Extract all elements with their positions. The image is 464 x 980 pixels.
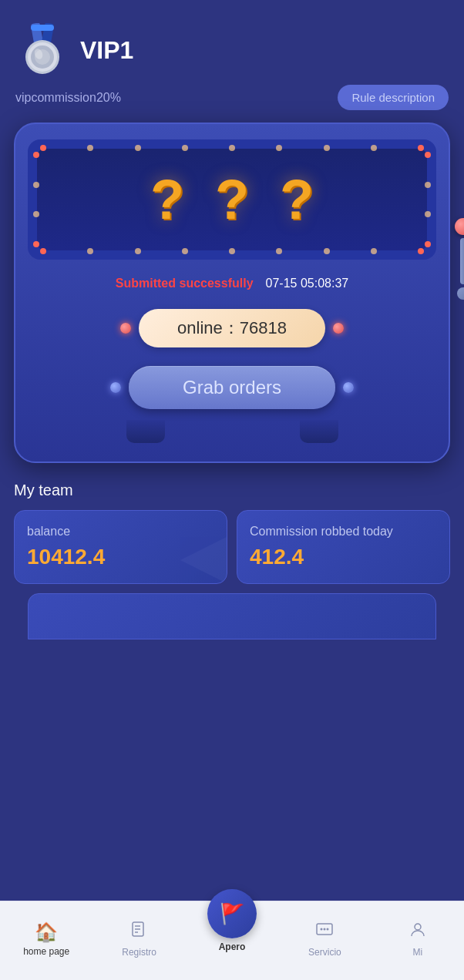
slot-machine: ? ? ? Submitted successfully 07-15 05:08… xyxy=(14,123,450,463)
grab-row: Grab orders xyxy=(28,366,436,409)
grab-dot-right xyxy=(343,382,354,393)
dot-left-3 xyxy=(33,211,39,217)
handle-base xyxy=(457,287,464,300)
dot-cream-5 xyxy=(276,145,282,151)
my-team-title: My team xyxy=(14,482,450,499)
dot-cream-13 xyxy=(324,248,330,254)
grab-orders-button[interactable]: Grab orders xyxy=(129,366,335,409)
dot-right-4 xyxy=(425,241,431,247)
dot-cream-8 xyxy=(87,248,93,254)
slot-handle-right xyxy=(455,218,464,300)
dot-left-2 xyxy=(33,182,39,188)
dot-cream-7 xyxy=(371,145,377,151)
dots-top xyxy=(40,145,424,151)
header: VIP1 xyxy=(0,0,464,85)
slot-outer: ? ? ? xyxy=(28,139,436,260)
vip-commission-text: vipcommission20% xyxy=(15,91,121,105)
dot-right-2 xyxy=(425,182,431,188)
apero-flag-icon: 🚩 xyxy=(220,902,244,926)
foot-left xyxy=(126,420,165,443)
slot-inner: ? ? ? xyxy=(37,149,427,250)
timestamp-text: 07-15 05:08:37 xyxy=(266,277,349,290)
slot-machine-wrapper: ? ? ? Submitted successfully 07-15 05:08… xyxy=(0,123,464,463)
dot-cream-2 xyxy=(135,145,141,151)
nav-item-registro[interactable]: Registro xyxy=(92,921,185,958)
svg-point-15 xyxy=(327,928,329,931)
svg-point-14 xyxy=(324,928,326,931)
online-dot-right xyxy=(333,323,344,334)
svg-rect-2 xyxy=(31,25,54,31)
dot-cream-6 xyxy=(324,145,330,151)
dot-left-1 xyxy=(33,152,39,158)
nav-label-mi: Mi xyxy=(412,947,422,958)
machine-feet xyxy=(28,409,436,443)
dots-left xyxy=(33,152,39,247)
svg-point-16 xyxy=(415,924,421,930)
slot-symbol-2: ? xyxy=(215,172,249,227)
nav-label-apero: Apero xyxy=(219,941,246,952)
dot-cream-4 xyxy=(229,145,235,151)
slot-display-container: ? ? ? xyxy=(28,139,436,260)
spacer xyxy=(28,357,436,366)
dots-bottom xyxy=(40,248,424,254)
svg-marker-8 xyxy=(180,537,227,583)
dot-red-3 xyxy=(40,248,46,254)
nav-item-apero[interactable]: 🚩 Apero xyxy=(186,889,278,952)
dot-left-4 xyxy=(33,241,39,247)
apero-circle: 🚩 xyxy=(207,889,257,938)
slot-symbol-1: ? xyxy=(150,172,184,227)
registro-icon xyxy=(130,921,149,944)
dots-right xyxy=(425,152,431,247)
submitted-text: Submitted successfully xyxy=(116,277,254,290)
dot-cream-1 xyxy=(87,145,93,151)
online-badge: online：76818 xyxy=(139,309,325,347)
nav-item-servicio[interactable]: Servicio xyxy=(278,921,371,958)
grab-dot-left xyxy=(110,382,121,393)
nav-item-mi[interactable]: Mi xyxy=(372,921,464,958)
dot-red-1 xyxy=(40,145,46,151)
dot-cream-3 xyxy=(182,145,188,151)
dot-right-1 xyxy=(425,152,431,158)
online-dot-left xyxy=(120,323,131,334)
medal-icon xyxy=(15,23,69,77)
nav-label-registro: Registro xyxy=(122,947,156,958)
home-icon: 🏠 xyxy=(35,921,58,943)
nav-item-home[interactable]: 🏠 home page xyxy=(0,921,92,957)
svg-point-13 xyxy=(321,928,323,931)
dot-cream-14 xyxy=(371,248,377,254)
dot-cream-12 xyxy=(276,248,282,254)
nav-label-home: home page xyxy=(23,946,69,957)
dot-cream-11 xyxy=(229,248,235,254)
dot-red-2 xyxy=(418,145,424,151)
stats-grid: balance 10412.4 Commission robbed today … xyxy=(14,510,450,584)
handle-ball xyxy=(455,218,464,235)
foot-right xyxy=(300,420,338,443)
bottom-nav: 🏠 home page Registro 🚩 Apero xyxy=(0,901,464,980)
online-row: online：76818 xyxy=(28,309,436,347)
vip-title: VIP1 xyxy=(80,36,133,65)
nav-label-servicio: Servicio xyxy=(308,947,341,958)
vip-info: VIP1 xyxy=(15,23,133,77)
commission-card: Commission robbed today 412.4 xyxy=(237,510,450,584)
handle-stick xyxy=(460,238,464,284)
bottom-partial-card xyxy=(28,593,436,639)
rule-description-button[interactable]: Rule description xyxy=(338,85,449,110)
dot-cream-10 xyxy=(182,248,188,254)
my-team-section: My team balance 10412.4 Commission robbe… xyxy=(0,482,464,639)
status-line: Submitted successfully 07-15 05:08:37 xyxy=(28,270,436,297)
balance-card: balance 10412.4 xyxy=(14,510,227,584)
dot-cream-9 xyxy=(135,248,141,254)
dot-right-3 xyxy=(425,211,431,217)
commission-value: 412.4 xyxy=(250,545,437,569)
slot-symbol-3: ? xyxy=(280,172,314,227)
commission-label: Commission robbed today xyxy=(250,525,437,539)
sub-header: vipcommission20% Rule description xyxy=(0,85,464,123)
mi-icon xyxy=(409,921,427,944)
balance-arrow-icon xyxy=(173,529,227,584)
servicio-icon xyxy=(315,921,334,944)
dot-red-4 xyxy=(418,248,424,254)
